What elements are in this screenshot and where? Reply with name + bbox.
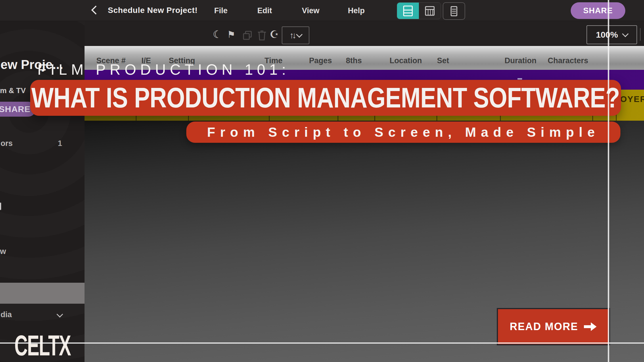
stripboard-view-button[interactable] [397, 3, 419, 19]
share-button[interactable]: SHARE [571, 2, 625, 19]
report-icon [451, 6, 457, 16]
project-title-menu: Schedule New Project! [108, 6, 198, 15]
sidebar-selected-item[interactable] [0, 283, 85, 304]
toolbar-separator [640, 28, 641, 41]
day-break-icon[interactable]: ☾ [213, 28, 222, 41]
read-more-button[interactable]: READ MORE [497, 308, 610, 345]
duplicate-icon[interactable] [242, 30, 253, 42]
menu-view[interactable]: View [302, 6, 319, 15]
subtitle-banner: From Script to Screen, Made Simple [186, 122, 620, 143]
sidebar-project-type: m & TV [0, 86, 26, 95]
stripboard-icon [403, 5, 413, 16]
arrow-right-icon [584, 322, 597, 332]
report-view-button[interactable] [443, 2, 465, 20]
menu-bar: Schedule New Project! File Edit View Hel… [0, 0, 644, 21]
collaborators-count-badge: 1 [58, 139, 62, 148]
view-toggle-group [397, 2, 441, 19]
headline-banner: WHAT IS PRODUCTION MANAGEMENT SOFTWARE? [30, 80, 621, 116]
sort-button[interactable]: ↑↓ [282, 26, 309, 44]
menu-help[interactable]: Help [348, 6, 365, 15]
strip-set-text: OYER [620, 94, 644, 104]
headline-text: WHAT IS PRODUCTION MANAGEMENT SOFTWARE? [31, 82, 620, 114]
zoom-value: 100% [596, 30, 618, 40]
column-8ths: 8ths [346, 56, 362, 65]
menu-edit[interactable]: Edit [257, 6, 272, 15]
zoom-dropdown[interactable]: 100% [586, 25, 637, 44]
sidebar-item-w[interactable]: w [0, 247, 6, 256]
moon-star-icon[interactable]: ☪ [270, 28, 279, 41]
column-pages: Pages [309, 56, 332, 65]
back-chevron-icon[interactable] [91, 5, 100, 14]
read-more-label: READ MORE [510, 321, 578, 333]
chevron-down-icon [296, 31, 303, 38]
chevron-down-icon [622, 31, 629, 37]
trash-icon[interactable] [257, 30, 267, 42]
sidebar-item-media[interactable]: dia [1, 310, 12, 319]
sidebar-item-collaborators[interactable]: ors [1, 139, 13, 148]
horizontal-guide-line [0, 342, 644, 344]
menu-file[interactable]: File [214, 6, 228, 15]
flag-icon[interactable]: ⚑ [227, 28, 235, 41]
sort-arrows-icon: ↑↓ [290, 30, 295, 40]
column-set: Set [437, 56, 449, 65]
chevron-down-icon [57, 311, 63, 318]
column-duration: Duration [505, 56, 536, 65]
calendar-grid-icon [425, 6, 435, 16]
truncated-item-glyph [0, 203, 1, 210]
vertical-guide-line [608, 0, 609, 362]
thumbnail-canvas: Schedule New Project! File Edit View Hel… [0, 0, 644, 362]
cursor-mark [518, 78, 522, 80]
subtitle-text: From Script to Screen, Made Simple [207, 124, 599, 140]
calendar-view-button[interactable] [419, 3, 441, 19]
kicker-text: FILM PRODUCTION 101: [37, 61, 290, 78]
column-location: Location [390, 56, 422, 65]
column-characters: Characters [548, 56, 588, 65]
celtx-logo: CELTX [14, 331, 70, 360]
